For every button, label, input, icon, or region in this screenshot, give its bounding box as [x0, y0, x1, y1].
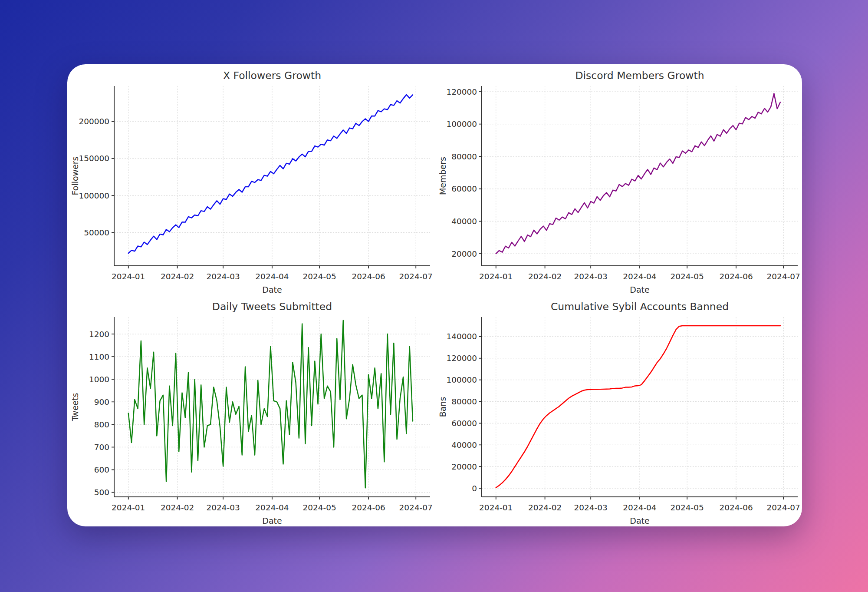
chart-discord-members-growth: 200004000060000800001000001200002024-012…	[435, 64, 802, 295]
x-tick-label: 2024-04	[623, 272, 656, 281]
x-tick-label: 2024-03	[207, 503, 240, 512]
x-tick-label: 2024-05	[303, 272, 336, 281]
x-axis-label: Date	[630, 516, 649, 526]
y-tick-label: 700	[94, 443, 109, 452]
y-tick-label: 1200	[89, 330, 109, 339]
y-tick-label: 80000	[451, 152, 477, 161]
y-tick-label: 20000	[451, 249, 477, 258]
data-line	[128, 95, 413, 253]
x-tick-label: 2024-04	[623, 503, 656, 512]
x-tick-label: 2024-06	[719, 503, 753, 512]
x-tick-label: 2024-07	[399, 503, 433, 512]
chart-daily-tweets-submitted: 5006007008009001000110012002024-012024-0…	[67, 295, 435, 526]
y-tick-label: 60000	[451, 419, 477, 428]
x-tick-label: 2024-01	[112, 503, 145, 512]
x-tick-label: 2024-02	[161, 272, 194, 281]
chart-title: Cumulative Sybil Accounts Banned	[550, 301, 728, 313]
y-tick-label: 60000	[451, 184, 477, 193]
x-tick-label: 2024-02	[528, 503, 561, 512]
cumulative-sybil-bans-chart: 0200004000060000800001000001200001400002…	[435, 295, 802, 526]
x-tick-label: 2024-01	[479, 503, 513, 512]
x-tick-label: 2024-07	[766, 272, 800, 281]
x-tick-label: 2024-05	[670, 272, 704, 281]
x-axis-label: Date	[262, 516, 282, 526]
y-tick-label: 140000	[446, 332, 477, 341]
charts-grid: 500001000001500002000002024-012024-02202…	[67, 64, 802, 526]
x-axis-label: Date	[262, 285, 282, 294]
x-tick-label: 2024-03	[574, 272, 607, 281]
y-tick-label: 100000	[446, 375, 477, 384]
y-axis-label: Bans	[438, 397, 447, 417]
y-tick-label: 100000	[79, 191, 109, 200]
y-tick-label: 150000	[79, 154, 109, 163]
x-tick-label: 2024-06	[352, 272, 385, 281]
data-line	[496, 93, 780, 254]
y-tick-label: 100000	[446, 119, 477, 129]
x-tick-label: 2024-06	[719, 272, 753, 281]
x-tick-label: 2024-04	[255, 503, 289, 512]
x-tick-label: 2024-01	[479, 272, 513, 281]
y-tick-label: 200000	[79, 117, 109, 126]
y-tick-label: 120000	[446, 87, 477, 96]
y-axis-label: Followers	[70, 157, 80, 195]
y-tick-label: 500	[94, 488, 109, 497]
y-tick-label: 1000	[89, 375, 109, 384]
chart-title: X Followers Growth	[223, 69, 321, 82]
y-tick-label: 900	[94, 397, 109, 407]
x-tick-label: 2024-05	[303, 503, 336, 512]
discord-members-growth-chart: 200004000060000800001000001200002024-012…	[435, 64, 802, 295]
y-tick-label: 800	[94, 420, 109, 429]
chart-cumulative-sybil-bans: 0200004000060000800001000001200001400002…	[435, 295, 802, 526]
y-axis-label: Members	[438, 157, 447, 195]
y-tick-label: 0	[472, 484, 477, 493]
x-tick-label: 2024-04	[255, 272, 289, 281]
x-tick-label: 2024-01	[112, 272, 145, 281]
y-tick-label: 80000	[451, 397, 477, 406]
chart-title: Discord Members Growth	[575, 69, 704, 82]
x-tick-label: 2024-07	[399, 272, 433, 281]
x-tick-label: 2024-02	[161, 503, 194, 512]
data-line	[128, 321, 413, 488]
y-axis-label: Tweets	[70, 393, 80, 422]
x-tick-label: 2024-07	[766, 503, 800, 512]
x-tick-label: 2024-03	[574, 503, 607, 512]
x-tick-label: 2024-06	[352, 503, 385, 512]
y-tick-label: 40000	[451, 440, 477, 450]
x-tick-label: 2024-02	[528, 272, 561, 281]
chart-title: Daily Tweets Submitted	[212, 301, 332, 313]
daily-tweets-submitted-chart: 5006007008009001000110012002024-012024-0…	[67, 295, 434, 526]
x-tick-label: 2024-03	[207, 272, 240, 281]
x-axis-label: Date	[630, 285, 649, 294]
chart-x-followers-growth: 500001000001500002000002024-012024-02202…	[67, 64, 435, 295]
y-tick-label: 20000	[451, 462, 477, 471]
y-tick-label: 50000	[84, 228, 109, 237]
data-line	[496, 326, 780, 488]
y-tick-label: 120000	[446, 354, 477, 363]
x-followers-growth-chart: 500001000001500002000002024-012024-02202…	[67, 64, 434, 295]
y-tick-label: 40000	[451, 217, 477, 226]
dashboard-card: 500001000001500002000002024-012024-02202…	[67, 64, 802, 526]
x-tick-label: 2024-05	[670, 503, 704, 512]
y-tick-label: 600	[94, 465, 109, 474]
y-tick-label: 1100	[89, 352, 109, 361]
